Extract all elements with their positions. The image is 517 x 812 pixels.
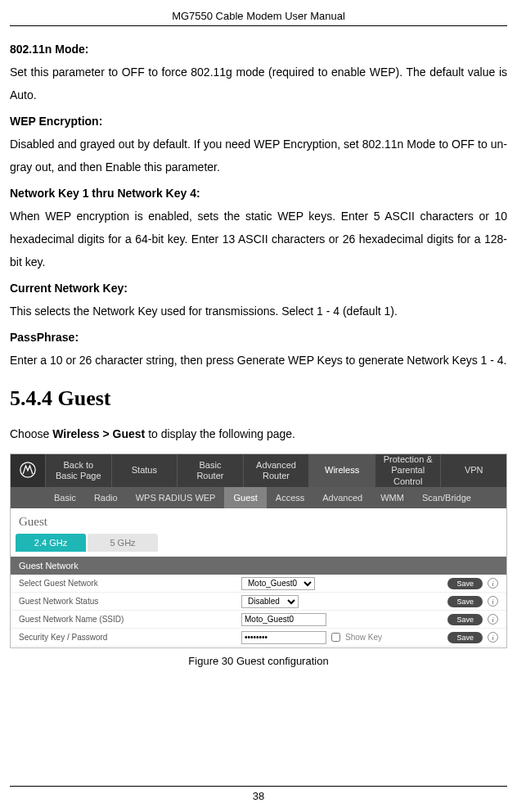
row-guest-ssid: Guest Network Name (SSID) Savei bbox=[11, 611, 506, 629]
intro-text: Choose Wireless > Guest to display the f… bbox=[10, 422, 507, 445]
info-icon[interactable]: i bbox=[488, 614, 498, 625]
para-passphrase: Enter a 10 or 26 character string, then … bbox=[10, 349, 507, 372]
heading-80211n: 802.11n Mode: bbox=[10, 38, 507, 61]
tab-24ghz[interactable]: 2.4 GHz bbox=[16, 534, 86, 552]
nav-status[interactable]: Status bbox=[111, 454, 178, 487]
nav-advanced-router[interactable]: AdvancedRouter bbox=[243, 454, 309, 487]
row-security-key: Security Key / Password Show Key Savei bbox=[11, 629, 506, 647]
para-80211n: Set this parameter to OFF to force 802.1… bbox=[10, 61, 507, 106]
input-ssid[interactable] bbox=[241, 613, 326, 626]
page-title: Guest bbox=[11, 508, 506, 534]
figure-caption: Figure 30 Guest configuration bbox=[10, 655, 507, 667]
info-icon[interactable]: i bbox=[488, 578, 498, 589]
show-key-label: Show Key bbox=[345, 633, 382, 642]
nav-protection[interactable]: Protection &Parental Control bbox=[375, 454, 441, 487]
panel-header: Guest Network bbox=[11, 557, 506, 575]
nav-back-to-basic[interactable]: Back toBasic Page bbox=[45, 454, 111, 487]
nav-vpn[interactable]: VPN bbox=[440, 454, 506, 487]
row-label: Security Key / Password bbox=[11, 633, 241, 642]
save-button[interactable]: Save bbox=[447, 596, 483, 607]
heading-wep: WEP Encryption: bbox=[10, 110, 507, 133]
show-key-checkbox[interactable] bbox=[331, 633, 340, 642]
settings-rows: Select Guest Network Moto_Guest0 Savei G… bbox=[11, 575, 506, 648]
motorola-icon bbox=[20, 462, 36, 480]
input-security-key[interactable] bbox=[241, 631, 326, 644]
subnav-wps-radius-wep[interactable]: WPS RADIUS WEP bbox=[127, 487, 225, 508]
figure-guest-config: Back toBasic Page Status BasicRouter Adv… bbox=[10, 453, 507, 648]
subnav-scan-bridge[interactable]: Scan/Bridge bbox=[413, 487, 480, 508]
subnav-advanced[interactable]: Advanced bbox=[313, 487, 371, 508]
para-network-keys: When WEP encryption is enabled, sets the… bbox=[10, 205, 507, 273]
nav-wireless[interactable]: Wireless bbox=[308, 454, 375, 487]
save-button[interactable]: Save bbox=[447, 632, 483, 643]
intro-pre: Choose bbox=[10, 427, 52, 440]
row-pmf: Protected Management Frames Off Savei bbox=[11, 647, 506, 648]
heading-passphrase: PassPhrase: bbox=[10, 326, 507, 349]
sub-nav: Basic Radio WPS RADIUS WEP Guest Access … bbox=[11, 487, 506, 508]
subnav-basic[interactable]: Basic bbox=[45, 487, 85, 508]
para-wep: Disabled and grayed out by default. If y… bbox=[10, 133, 507, 178]
info-icon[interactable]: i bbox=[488, 632, 498, 643]
intro-bold: Wireless > Guest bbox=[52, 427, 145, 440]
brand-logo[interactable] bbox=[11, 454, 45, 487]
top-nav: Back toBasic Page Status BasicRouter Adv… bbox=[11, 454, 506, 487]
save-button[interactable]: Save bbox=[447, 578, 483, 589]
subnav-guest[interactable]: Guest bbox=[224, 487, 266, 508]
row-label: Select Guest Network bbox=[11, 579, 241, 588]
subnav-access[interactable]: Access bbox=[267, 487, 313, 508]
row-label: Guest Network Status bbox=[11, 597, 241, 606]
nav-basic-router[interactable]: BasicRouter bbox=[177, 454, 243, 487]
heading-network-keys: Network Key 1 thru Network Key 4: bbox=[10, 182, 507, 205]
row-guest-status: Guest Network Status Disabled Savei bbox=[11, 593, 506, 611]
para-current-key: This selects the Network Key used for tr… bbox=[10, 300, 507, 323]
intro-post: to display the following page. bbox=[145, 427, 295, 440]
tab-5ghz[interactable]: 5 GHz bbox=[88, 534, 158, 552]
select-guest-status[interactable]: Disabled bbox=[241, 595, 299, 608]
page-number: 38 bbox=[10, 786, 507, 802]
heading-current-key: Current Network Key: bbox=[10, 277, 507, 300]
band-tabs: 2.4 GHz 5 GHz bbox=[11, 534, 506, 557]
save-button[interactable]: Save bbox=[447, 614, 483, 625]
subnav-wmm[interactable]: WMM bbox=[371, 487, 413, 508]
row-label: Guest Network Name (SSID) bbox=[11, 615, 241, 624]
info-icon[interactable]: i bbox=[488, 596, 498, 607]
document-title: MG7550 Cable Modem User Manual bbox=[10, 10, 507, 26]
select-guest-network[interactable]: Moto_Guest0 bbox=[241, 577, 315, 590]
subnav-radio[interactable]: Radio bbox=[85, 487, 127, 508]
row-select-guest-network: Select Guest Network Moto_Guest0 Savei bbox=[11, 575, 506, 593]
chapter-heading: 5.4.4 Guest bbox=[10, 386, 507, 411]
